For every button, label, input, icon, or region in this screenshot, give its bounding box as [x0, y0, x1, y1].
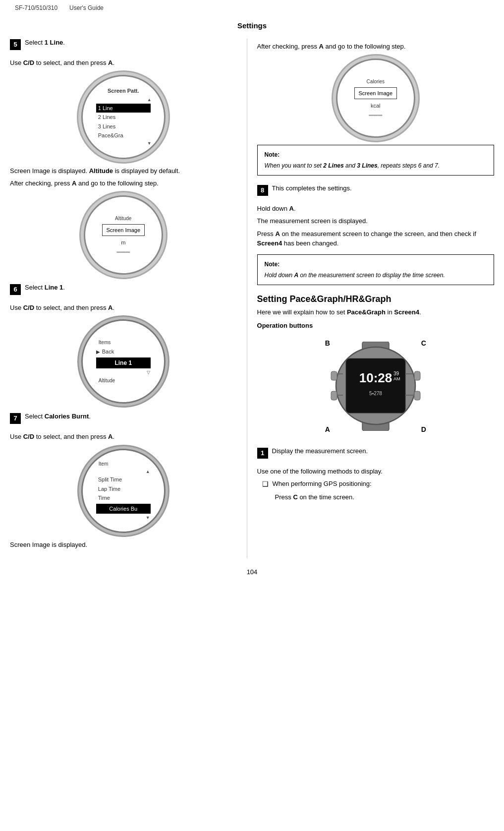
svg-rect-7 [346, 358, 405, 413]
step6-line1-selected: Line 1 [96, 357, 151, 368]
svg-rect-5 [414, 371, 420, 380]
step5-right-block: After checking, press A and go to the fo… [257, 42, 494, 176]
step6-back-icon: ▶ [96, 348, 100, 356]
step5-body2: Screen Image is displayed. Altitude is d… [10, 166, 237, 176]
step5-watch2-unit: m [121, 238, 125, 247]
step5-header: 5 Select 1 Line. [10, 39, 237, 50]
step1-right-body1: Use one of the following methods to disp… [257, 467, 494, 476]
section-body1: Here we will explain how to set Pace&Gra… [257, 308, 494, 316]
step5-watch1-arrow-up: ▲ [147, 97, 152, 104]
step6-body: Use C/D to select, and then press A. Ite… [10, 303, 237, 404]
step7-calories-selected: Calories Bu [96, 504, 151, 514]
step5-watch1-item-2lines: 2 Lines [96, 113, 151, 122]
step1-right-title: Display the measurement screen. [272, 447, 368, 455]
step1-right-header: 1 Display the measurement screen. [257, 447, 494, 459]
step7-splittime: Split Time [96, 475, 151, 484]
step7-title-body: Select Calories Burnt. [25, 413, 237, 420]
step1-right-body: Use one of the following methods to disp… [257, 467, 494, 502]
step8-note-body: Hold down A on the measurement screen to… [265, 271, 487, 280]
step1-sub1-text: Press C on the time screen. [275, 492, 494, 502]
step5-watch2-altitude: Altitude [115, 215, 131, 222]
svg-rect-4 [331, 391, 337, 400]
step6-header: 6 Select Line 1. [10, 284, 237, 295]
step5-title-body: Select 1 Line. [25, 39, 237, 46]
step5-right-unit: kcal [371, 102, 381, 110]
step8-body3: Press A on the measurement screen to cha… [257, 229, 494, 248]
step5-watch1-item-1line: 1 Line [96, 104, 151, 113]
step6-block: 6 Select Line 1. Use C/D to select, and … [10, 284, 237, 404]
step7-body: Use C/D to select, and then press A. Ite… [10, 432, 237, 549]
step5-num: 5 [10, 39, 21, 50]
step6-watch-back-row: ▶ Back [96, 348, 151, 356]
step5-instruction1: Use C/D to select, and then press A. [10, 58, 237, 68]
step7-arrow-down: ▼ [146, 515, 150, 522]
step5-note-body: When you want to set 2 Lines and 3 Lines… [265, 161, 487, 170]
step7-watch: Item ▲ Split Time Lap Time Time Calories… [81, 449, 166, 533]
step6-altitude-label: Altitude [99, 377, 115, 384]
step8-header: 8 This completes the settings. [257, 184, 494, 196]
svg-rect-6 [414, 391, 420, 400]
page-title: Settings [0, 21, 504, 30]
step8-note: Note: Hold down A on the measurement scr… [257, 254, 494, 285]
btn-A-label: A [325, 425, 330, 433]
step5-watch2-dots: ▬▬▬ [116, 248, 130, 255]
step6-title-pre: Select Line 1. [25, 284, 65, 291]
btn-C-label: C [421, 339, 426, 347]
step6-instruction: Use C/D to select, and then press A. [10, 303, 237, 313]
step1-right-title-body: Display the measurement screen. [272, 447, 494, 455]
step1-right-num: 1 [257, 448, 268, 459]
btn-B-label: B [325, 339, 330, 347]
step8-note-title: Note: [265, 260, 487, 269]
step8-title: This completes the settings. [272, 184, 352, 192]
page-number: 104 [0, 568, 504, 581]
step7-header: 7 Select Calories Burnt. [10, 413, 237, 424]
step6-watch: Items ▶ Back Line 1 ▽ Altitude [81, 319, 166, 404]
right-column: After checking, press A and go to the fo… [247, 39, 494, 558]
step6-num: 6 [10, 284, 21, 295]
step5-right-screenimage: Screen Image [354, 87, 397, 100]
watch-outer: B C A D [321, 334, 430, 438]
step8-title-body: This completes the settings. [272, 184, 494, 192]
watch-svg: 10:28 39 AM 5▪278 [330, 342, 421, 431]
watch-body-shape: 10:28 39 AM 5▪278 [330, 342, 421, 431]
step5-note: Note: When you want to set 2 Lines and 3… [257, 145, 494, 176]
step5-body: Use C/D to select, and then press A. Scr… [10, 58, 237, 275]
step5-right-body: After checking, press A and go to the fo… [257, 42, 494, 176]
step7-item-label: Item [99, 460, 108, 468]
step7-num: 7 [10, 413, 21, 424]
step6-title-body: Select Line 1. [25, 284, 237, 291]
step8-body1: Hold down A. [257, 204, 494, 214]
step7-block: 7 Select Calories Burnt. Use C/D to sele… [10, 413, 237, 549]
svg-text:5▪278: 5▪278 [369, 391, 382, 396]
step6-back-label: Back [102, 348, 114, 356]
step5-watch2: Altitude Screen Image m ▬▬▬ [84, 195, 163, 275]
step7-time: Time [96, 493, 151, 503]
header-title: SF-710/510/310 User's Guide [15, 4, 104, 11]
step5-right-dots: ▬▬▬ [369, 112, 382, 119]
step5-watch1-item-3lines: 3 Lines [96, 122, 151, 131]
step1-checkbox1-text: When performing GPS positioning: [273, 479, 372, 489]
step7-laptime: Lap Time [96, 484, 151, 494]
step6-arrow-down: ▽ [147, 369, 150, 376]
step5-watch2-screenimage: Screen Image [102, 224, 145, 237]
content: 5 Select 1 Line. Use C/D to select, and … [0, 39, 504, 558]
left-column: 5 Select 1 Line. Use C/D to select, and … [10, 39, 247, 558]
step5-title-pre: Select 1 Line. [25, 39, 65, 46]
step1-checkbox1: When performing GPS positioning: [257, 479, 494, 489]
step5-right-calories: Calories [366, 78, 385, 85]
svg-text:39: 39 [393, 371, 399, 376]
step5-right-watch: Calories Screen Image kcal ▬▬▬ [336, 59, 415, 138]
step6-watch-items-label: Items [99, 339, 111, 346]
step5-note-title: Note: [265, 150, 487, 159]
svg-text:10:28: 10:28 [359, 370, 392, 385]
step8-block: 8 This completes the settings. Hold down… [257, 184, 494, 285]
svg-text:AM: AM [393, 376, 400, 381]
svg-rect-3 [331, 371, 337, 380]
step1-right-block: 1 Display the measurement screen. Use on… [257, 447, 494, 502]
step5-body3: After checking, press A and go to the fo… [10, 178, 237, 188]
watch-image-container: B C A D [257, 334, 494, 438]
step1-sub1: Press C on the time screen. [257, 492, 494, 502]
op-buttons-label: Operation buttons [257, 322, 494, 329]
step7-instruction: Use C/D to select, and then press A. [10, 432, 237, 442]
step8-body: Hold down A. The measurement screen is d… [257, 204, 494, 285]
